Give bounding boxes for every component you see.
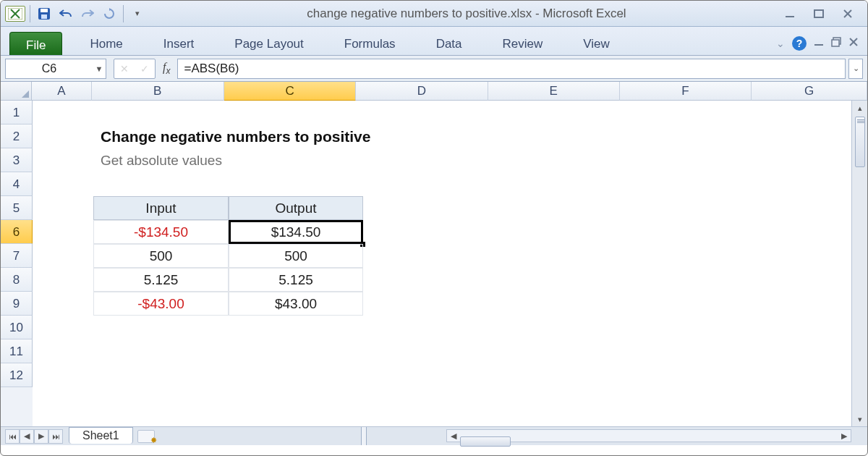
- svg-rect-10: [814, 44, 823, 46]
- vertical-scroll-thumb[interactable]: [855, 117, 865, 167]
- name-box-value: C6: [6, 62, 93, 75]
- repeat-icon[interactable]: [100, 4, 119, 23]
- workbook-minimize-icon[interactable]: [814, 37, 824, 50]
- row-headers: 123456789101112: [1, 101, 33, 426]
- sheet-nav-next-icon[interactable]: ▶: [34, 429, 48, 444]
- workbook-restore-icon[interactable]: [831, 37, 841, 50]
- window-controls: [782, 6, 867, 22]
- sheet-tab-bar: ⏮ ◀ ▶ ⏭ Sheet1 ◀ ▶: [1, 426, 867, 445]
- formula-buttons: ✕ ✓: [114, 59, 156, 79]
- sheet-nav-last-icon[interactable]: ⏭: [48, 429, 63, 444]
- cell-c8[interactable]: 5.125: [229, 268, 363, 292]
- col-header-c[interactable]: C: [224, 82, 356, 101]
- sheet-title[interactable]: Change negative numbers to positive: [101, 124, 607, 148]
- title-bar: ▾ change negative numbers to positive.xl…: [1, 1, 867, 27]
- col-header-a[interactable]: A: [32, 82, 91, 101]
- tab-data[interactable]: Data: [423, 33, 475, 55]
- minimize-icon[interactable]: [782, 6, 798, 22]
- row-header-11[interactable]: 11: [1, 339, 33, 363]
- sheet-nav-first-icon[interactable]: ⏮: [5, 429, 20, 444]
- vertical-scrollbar[interactable]: ▴ ▾: [851, 101, 867, 426]
- svg-rect-7: [814, 10, 823, 17]
- cell-b8[interactable]: 5.125: [93, 268, 229, 292]
- cell-b9[interactable]: -$43.00: [93, 292, 229, 316]
- tab-page-layout[interactable]: Page Layout: [221, 33, 316, 55]
- col-header-e[interactable]: E: [488, 82, 620, 101]
- select-all-button[interactable]: [1, 82, 32, 101]
- row-header-4[interactable]: 4: [1, 172, 33, 196]
- save-icon[interactable]: [35, 4, 54, 23]
- scroll-up-icon[interactable]: ▴: [858, 101, 862, 115]
- tab-split-handle[interactable]: [361, 427, 367, 445]
- col-header-d[interactable]: D: [356, 82, 488, 101]
- cancel-formula-icon[interactable]: ✕: [114, 63, 135, 75]
- fx-icon[interactable]: fx: [158, 61, 174, 76]
- separator: [123, 5, 124, 22]
- sheet-nav-prev-icon[interactable]: ◀: [20, 429, 34, 444]
- row-header-9[interactable]: 9: [1, 292, 33, 316]
- sheet-subtitle[interactable]: Get absolute values: [101, 148, 390, 172]
- svg-rect-12: [832, 40, 839, 46]
- svg-rect-6: [786, 16, 794, 17]
- worksheet-grid: ABCDEFG 123456789101112 Change negative …: [1, 82, 867, 426]
- cell-b7[interactable]: 500: [93, 244, 229, 268]
- tab-review[interactable]: Review: [490, 33, 556, 55]
- excel-app-icon[interactable]: [5, 6, 25, 22]
- accept-formula-icon[interactable]: ✓: [135, 63, 155, 75]
- quick-access-toolbar: ▾: [1, 4, 151, 23]
- formula-input[interactable]: =ABS(B6): [177, 59, 846, 79]
- sheet-nav: ⏮ ◀ ▶ ⏭: [1, 429, 63, 444]
- svg-rect-5: [41, 14, 47, 19]
- sheet-tab-active[interactable]: Sheet1: [69, 427, 133, 444]
- cells-canvas[interactable]: Change negative numbers to positive Get …: [33, 101, 867, 426]
- col-header-b[interactable]: B: [92, 82, 224, 101]
- row-header-10[interactable]: 10: [1, 316, 33, 339]
- ribbon: File Home Insert Page Layout Formulas Da…: [1, 27, 867, 56]
- col-header-g[interactable]: G: [752, 82, 867, 101]
- scroll-down-icon[interactable]: ▾: [858, 412, 862, 426]
- file-tab[interactable]: File: [9, 32, 62, 55]
- row-header-1[interactable]: 1: [1, 101, 33, 124]
- row-header-12[interactable]: 12: [1, 363, 33, 387]
- row-header-6[interactable]: 6: [1, 220, 33, 244]
- tab-insert[interactable]: Insert: [150, 33, 208, 55]
- new-sheet-button[interactable]: [137, 430, 155, 443]
- cell-b6[interactable]: -$134.50: [93, 220, 229, 244]
- row-header-8[interactable]: 8: [1, 268, 33, 292]
- formula-bar: C6 ▼ ✕ ✓ fx =ABS(B6) ⌄: [1, 56, 867, 82]
- tab-view[interactable]: View: [570, 33, 623, 55]
- window-title: change negative numbers to positive.xlsx…: [151, 7, 782, 21]
- header-input[interactable]: Input: [93, 196, 229, 220]
- column-headers: ABCDEFG: [1, 82, 867, 101]
- cell-c7[interactable]: 500: [229, 244, 363, 268]
- cell-c6-selected[interactable]: $134.50: [229, 220, 363, 244]
- maximize-icon[interactable]: [811, 6, 827, 22]
- header-output[interactable]: Output: [229, 196, 363, 220]
- close-icon[interactable]: [840, 6, 856, 22]
- svg-rect-4: [41, 9, 48, 12]
- horizontal-scrollbar[interactable]: ◀ ▶: [446, 429, 851, 442]
- scroll-right-icon[interactable]: ▶: [838, 431, 851, 441]
- name-box[interactable]: C6 ▼: [5, 59, 106, 79]
- cell-c9[interactable]: $43.00: [229, 292, 363, 316]
- row-header-2[interactable]: 2: [1, 124, 33, 148]
- ribbon-minimize-chevron-icon[interactable]: ⌄: [776, 38, 785, 49]
- name-box-dropdown-icon[interactable]: ▼: [93, 64, 106, 73]
- scroll-left-icon[interactable]: ◀: [447, 431, 460, 441]
- row-header-3[interactable]: 3: [1, 148, 33, 172]
- row-header-7[interactable]: 7: [1, 244, 33, 268]
- horizontal-scroll-thumb[interactable]: [460, 436, 511, 447]
- separator: [30, 5, 30, 22]
- redo-icon[interactable]: [78, 4, 97, 23]
- tab-formulas[interactable]: Formulas: [331, 33, 409, 55]
- qat-customize-icon[interactable]: ▾: [128, 4, 147, 23]
- undo-icon[interactable]: [56, 4, 75, 23]
- row-header-5[interactable]: 5: [1, 196, 33, 220]
- formula-bar-expand-icon[interactable]: ⌄: [848, 59, 863, 79]
- help-icon[interactable]: ?: [792, 36, 807, 51]
- tab-home[interactable]: Home: [77, 33, 135, 55]
- col-header-f[interactable]: F: [620, 82, 752, 101]
- workbook-close-icon[interactable]: [848, 37, 859, 50]
